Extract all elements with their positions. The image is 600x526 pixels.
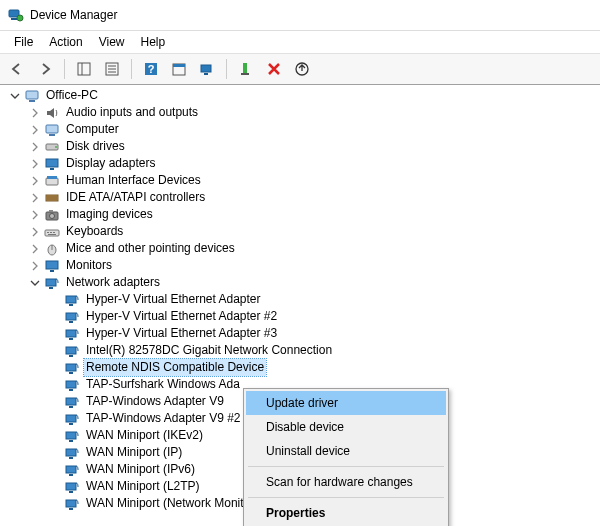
network-device-item[interactable]: Hyper-V Virtual Ethernet Adapter #2	[48, 308, 600, 325]
category-monitors[interactable]: Monitors	[28, 257, 600, 274]
computer-icon	[24, 88, 40, 104]
forward-button[interactable]	[32, 56, 58, 82]
category-display-adapters[interactable]: Display adapters	[28, 155, 600, 172]
cm-disable-device[interactable]: Disable device	[246, 415, 446, 439]
svg-rect-27	[47, 176, 57, 179]
toolbar-separator	[64, 59, 65, 79]
keyboard-icon	[44, 224, 60, 240]
category-label: IDE ATA/ATAPI controllers	[64, 189, 207, 206]
svg-rect-58	[69, 406, 73, 408]
tree-root-computer[interactable]: Office-PC	[8, 87, 600, 104]
network-adapter-icon	[64, 411, 80, 427]
expand-icon[interactable]	[28, 123, 42, 137]
category-network-adapters[interactable]: Network adapters	[28, 274, 600, 291]
svg-rect-42	[50, 270, 54, 272]
device-label: WAN Miniport (Network Monitor)	[84, 495, 260, 512]
svg-rect-55	[66, 381, 76, 388]
toolbar: ?	[0, 53, 600, 85]
expand-icon[interactable]	[28, 140, 42, 154]
svg-rect-16	[241, 73, 249, 75]
menu-action[interactable]: Action	[41, 33, 90, 51]
cm-separator	[248, 497, 444, 498]
menubar: File Action View Help	[0, 31, 600, 53]
svg-rect-53	[66, 364, 76, 371]
tree-root-label: Office-PC	[44, 87, 100, 104]
cm-properties[interactable]: Properties	[246, 501, 446, 525]
category-label: Network adapters	[64, 274, 162, 291]
cm-scan-hardware[interactable]: Scan for hardware changes	[246, 470, 446, 494]
svg-rect-49	[66, 330, 76, 337]
date-button[interactable]	[166, 56, 192, 82]
category-keyboards[interactable]: Keyboards	[28, 223, 600, 240]
expand-icon[interactable]	[28, 191, 42, 205]
category-computer[interactable]: Computer	[28, 121, 600, 138]
svg-rect-43	[46, 279, 56, 286]
category-imaging[interactable]: Imaging devices	[28, 206, 600, 223]
update-driver-button[interactable]	[289, 56, 315, 82]
category-label: Mice and other pointing devices	[64, 240, 237, 257]
category-label: Monitors	[64, 257, 114, 274]
svg-rect-18	[26, 91, 38, 99]
menu-help[interactable]: Help	[133, 33, 174, 51]
category-ide[interactable]: IDE ATA/ATAPI controllers	[28, 189, 600, 206]
network-device-item[interactable]: Hyper-V Virtual Ethernet Adapter #3	[48, 325, 600, 342]
svg-rect-54	[69, 372, 73, 374]
properties-button[interactable]	[99, 56, 125, 82]
cm-uninstall-device[interactable]: Uninstall device	[246, 439, 446, 463]
menu-file[interactable]: File	[6, 33, 41, 51]
back-button[interactable]	[4, 56, 30, 82]
svg-point-32	[50, 213, 55, 218]
network-adapter-icon	[64, 462, 80, 478]
expand-icon[interactable]	[28, 225, 42, 239]
network-icon	[44, 275, 60, 291]
category-audio[interactable]: Audio inputs and outputs	[28, 104, 600, 121]
expand-icon[interactable]	[28, 259, 42, 273]
network-adapter-icon	[64, 343, 80, 359]
enable-device-button[interactable]	[233, 56, 259, 82]
svg-rect-70	[69, 508, 73, 510]
svg-rect-36	[50, 232, 52, 233]
expand-icon[interactable]	[28, 174, 42, 188]
svg-rect-14	[204, 73, 208, 75]
scan-hardware-button[interactable]	[194, 56, 220, 82]
svg-rect-52	[69, 355, 73, 357]
monitor-icon	[44, 258, 60, 274]
svg-text:?: ?	[148, 63, 155, 75]
network-adapter-icon	[64, 479, 80, 495]
category-mice[interactable]: Mice and other pointing devices	[28, 240, 600, 257]
uninstall-device-button[interactable]	[261, 56, 287, 82]
toolbar-separator	[131, 59, 132, 79]
collapse-icon[interactable]	[8, 89, 22, 103]
mouse-icon	[44, 241, 60, 257]
svg-rect-3	[78, 63, 90, 75]
expand-icon[interactable]	[28, 106, 42, 120]
network-device-item[interactable]: Remote NDIS Compatible Device	[48, 359, 600, 376]
network-adapter-icon	[64, 292, 80, 308]
audio-icon	[44, 105, 60, 121]
network-adapter-icon	[64, 496, 80, 512]
expand-icon[interactable]	[28, 157, 42, 171]
device-label: WAN Miniport (IKEv2)	[84, 427, 205, 444]
svg-rect-12	[173, 64, 185, 67]
category-label: Imaging devices	[64, 206, 155, 223]
svg-rect-24	[46, 159, 58, 167]
network-adapter-icon	[64, 394, 80, 410]
svg-rect-66	[69, 474, 73, 476]
expand-icon[interactable]	[28, 242, 42, 256]
cm-update-driver[interactable]: Update driver	[246, 391, 446, 415]
collapse-icon[interactable]	[28, 276, 42, 290]
svg-point-23	[55, 146, 57, 148]
menu-view[interactable]: View	[91, 33, 133, 51]
category-hid[interactable]: Human Interface Devices	[28, 172, 600, 189]
expand-icon[interactable]	[28, 208, 42, 222]
help-button[interactable]: ?	[138, 56, 164, 82]
svg-rect-65	[66, 466, 76, 473]
category-label: Keyboards	[64, 223, 125, 240]
network-device-item[interactable]: Intel(R) 82578DC Gigabit Network Connect…	[48, 342, 600, 359]
network-device-item[interactable]: Hyper-V Virtual Ethernet Adapter	[48, 291, 600, 308]
category-label: Audio inputs and outputs	[64, 104, 200, 121]
show-hide-tree-button[interactable]	[71, 56, 97, 82]
category-label: Display adapters	[64, 155, 157, 172]
svg-rect-13	[201, 65, 211, 72]
category-disk-drives[interactable]: Disk drives	[28, 138, 600, 155]
